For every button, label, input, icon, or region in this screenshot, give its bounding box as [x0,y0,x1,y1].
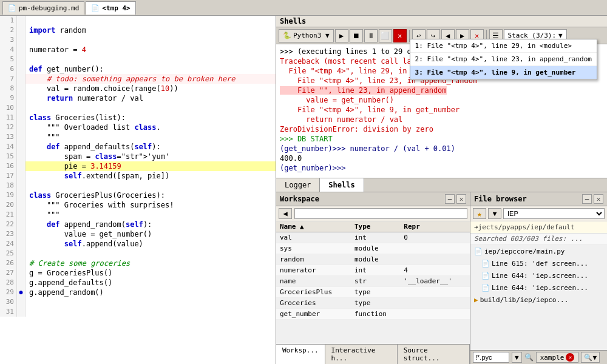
line-code[interactable]: g.append_defaults() [25,278,276,288]
line-code[interactable] [25,181,276,190]
line-code[interactable]: """ Groceries with surprises! [25,200,276,210]
fb-tree-item[interactable]: 📄iep/iepccore/main.py [472,246,606,258]
line-code[interactable] [25,55,276,64]
fb-tree-item[interactable]: 📄Line 644: 'iep.screen... [472,282,606,294]
workspace-bottom-tabs: Worksp... Interactive h... Source struct… [276,344,470,364]
workspace-toolbar: ◀ [276,206,470,221]
shell-output-line: (get_number)>>> [280,163,603,173]
tab-shells[interactable]: Shells [320,178,364,192]
line-code[interactable]: def append_random(self): [25,220,276,229]
line-code[interactable]: def append_defaults(self): [25,142,276,152]
xample-close-btn[interactable]: ✕ [566,353,574,362]
filebrowser-close-btn[interactable]: ✕ [594,194,603,204]
fb-filter-dropdown[interactable]: ▼ [512,352,522,363]
stack-item[interactable]: 2: File "<tmp 4>", line 23, in append_ra… [410,53,597,66]
table-row[interactable]: name str '__loader__' [276,276,470,287]
line-code[interactable]: self.extend([spam, pie]) [25,171,276,181]
workspace-close-btn[interactable]: ✕ [456,194,466,204]
stop-btn[interactable]: ⏹ [350,29,363,42]
cell-repr [400,309,470,320]
xample-btn[interactable]: xample ✕ [536,352,579,363]
cell-repr: 4 [400,265,470,276]
table-row[interactable]: Groceries type [276,298,470,309]
tab-pm-debugging[interactable]: 📄 pm-debugging.md [2,1,84,15]
workspace-table[interactable]: Name ▲ Type Repr val int 0 sys module ra… [276,221,470,344]
line-code[interactable]: # todo: something appears to be broken h… [25,74,276,84]
tab-logger[interactable]: Logger [276,178,320,192]
tab-workspace[interactable]: Worksp... [276,345,325,364]
line-number: 5 [0,55,17,64]
line-code[interactable]: spam = class="str">'yum' [25,152,276,161]
kill-btn[interactable]: ✕ [393,29,407,42]
col-repr[interactable]: Repr [400,221,470,232]
line-code[interactable] [25,307,276,317]
table-row[interactable]: get_number function [276,309,470,320]
ws-search-input[interactable] [294,208,467,219]
code-line: 27g = GroceriesPlus() [0,268,276,278]
fb-item-label: build/lib/iep/iepco... [480,295,569,305]
line-code[interactable] [25,16,276,25]
line-code[interactable]: val = random.choice(range(10)) [25,84,276,93]
line-code[interactable]: def get_number(): [25,64,276,74]
code-line: 24 self.append(value) [0,239,276,249]
line-code[interactable]: g.append_random() [25,288,276,297]
line-marker [17,307,25,317]
line-code[interactable]: numerator = 4 [25,45,276,55]
table-row[interactable]: random module [276,254,470,265]
col-name[interactable]: Name ▲ [276,221,351,232]
pause-btn[interactable]: ⏸ [364,29,378,42]
fb-location-select[interactable]: IEP [503,208,605,219]
tab-tmp4[interactable]: 📄 <tmp 4> [86,1,135,15]
line-code[interactable]: g = GroceriesPlus() [25,268,276,278]
workspace-header-icons: — ✕ [445,194,466,204]
line-code[interactable]: """ [25,132,276,142]
table-row[interactable]: sys module [276,243,470,254]
fb-dropdown-arrow[interactable]: ▼ [488,208,501,219]
line-code[interactable]: """ [25,210,276,220]
code-content[interactable]: 12import random34numerator = 456def get_… [0,16,276,364]
line-code[interactable] [25,103,276,113]
line-code[interactable]: import random [25,25,276,35]
shell-output-line: File "<tmp 4>", line 9, in get_number [280,105,603,115]
line-code[interactable]: class Groceries(list): [25,113,276,123]
cell-type: str [351,276,400,287]
line-marker [17,152,25,161]
line-code[interactable]: return numerator / val [25,93,276,103]
line-number: 9 [0,93,17,103]
col-type[interactable]: Type [351,221,400,232]
python-dropdown-btn[interactable]: 🐍 Python3 ▼ [279,29,334,42]
code-line: 2import random [0,25,276,35]
line-code[interactable]: class GroceriesPlus(Groceries): [25,190,276,200]
fb-bottom-bar: ▼ 🔍 xample ✕ 🔍▼ [470,350,607,364]
line-code[interactable] [25,35,276,45]
line-code[interactable]: """ Overloaded list class. [25,123,276,132]
line-code[interactable]: self.append(value) [25,239,276,249]
line-code[interactable]: pie = 3.14159 [25,161,276,171]
fb-filter-input[interactable] [473,352,509,363]
fb-star-btn[interactable]: ★ [473,208,486,219]
stack-item[interactable]: 1: File "<tmp 4>", line 29, in <module> [410,39,597,53]
table-row[interactable]: numerator int 4 [276,265,470,276]
line-code[interactable]: value = get_number() [25,229,276,239]
filebrowser-minimize-btn[interactable]: — [582,194,592,204]
line-code[interactable] [25,249,276,258]
table-row[interactable]: GroceriesPlus type [276,287,470,298]
line-code[interactable] [25,297,276,307]
fb-search-dropdown[interactable]: 🔍▼ [581,352,600,363]
table-row[interactable]: val int 0 [276,232,470,243]
clear-btn[interactable]: ⬜ [379,29,392,42]
fb-tree-item[interactable]: ▶ build/lib/iep/iepco... [472,294,606,306]
tab-interactive-help[interactable]: Interactive h... [325,345,398,364]
stack-item[interactable]: 3: File "<tmp 4>", line 9, in get_number [410,66,597,79]
line-code[interactable]: # Create some groceries [25,258,276,268]
run-btn[interactable]: ▶ [335,29,348,42]
tab-source-struct[interactable]: Source struct... [398,345,470,364]
line-marker [17,35,25,45]
line-number: 2 [0,25,17,35]
filebrowser-panel: File browser — ✕ ★ ▼ IEP ➜jects/pyapps/i… [470,192,607,364]
ws-back-btn[interactable]: ◀ [279,208,292,219]
fb-tree-item[interactable]: 📄Line 644: 'iep.screen... [472,270,606,282]
workspace-minimize-btn[interactable]: — [445,194,455,204]
fb-tree-item[interactable]: 📄Line 615: 'def screen... [472,258,606,270]
fb-tree[interactable]: 📄iep/iepccore/main.py📄Line 615: 'def scr… [470,244,607,350]
